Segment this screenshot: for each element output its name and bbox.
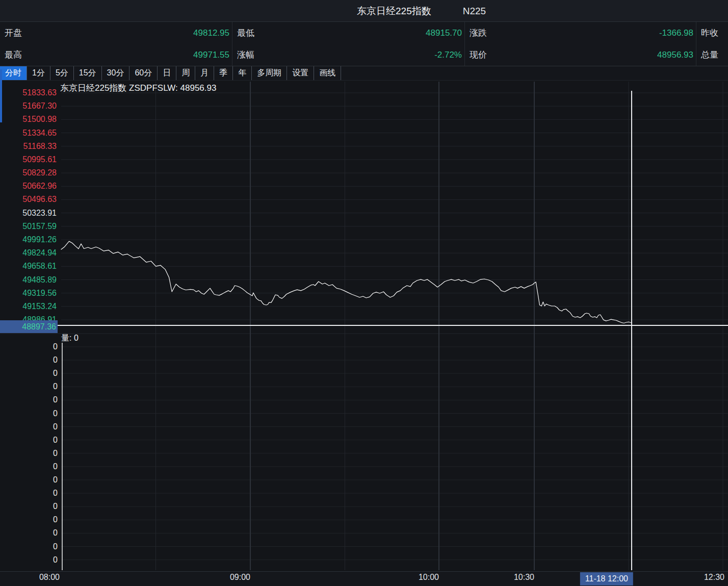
tab-季[interactable]: 季 [214,66,233,80]
tab-日[interactable]: 日 [158,66,176,80]
time-tick-label: 09:00 [230,573,250,582]
price-tick-label: 49991.26 [1,235,57,245]
tab-分时[interactable]: 分时 [0,66,27,80]
page-title: 东京日经225指数 [357,5,431,18]
quote-label-open: 开盘 [0,27,22,39]
tab-多周期[interactable]: 多周期 [252,66,287,80]
quote-row: 最高49971.55涨幅-2.72%现价48956.93总量 [0,44,728,66]
price-tick-label: 51833.63 [1,88,57,98]
quote-value-change-pct: -2.72% [254,50,464,60]
price-tick-label: 49658.61 [1,261,57,271]
time-axis: 08:0009:0010:0010:3012:3011-18 12:00 [0,571,728,586]
quote-label-prev-close: 昨收 [696,27,718,39]
price-tick-label: 50995.61 [1,155,57,165]
crosshair-price-badge: 48897.36 [0,320,58,333]
volume-tick-label: 0 [1,395,58,405]
tab-画线[interactable]: 画线 [314,66,341,80]
price-tick-label: 49319.56 [1,288,57,298]
tab-30分[interactable]: 30分 [102,66,130,80]
volume-tick-label: 0 [1,409,58,419]
volume-indicator-label: 量: 0 [61,333,79,344]
chart-region[interactable]: 东京日经225指数 ZSDPFSLW: 48956.93 51833.63516… [0,81,728,571]
price-tick-label: 50323.91 [1,208,57,218]
volume-tick-label: 0 [1,501,58,512]
quote-cell-change: 涨跌-1366.98 [464,22,696,44]
left-scrollbar-thumb[interactable] [0,69,2,122]
volume-tick-label: 0 [1,462,58,472]
quote-value-open: 49812.95 [22,28,232,38]
tab-周[interactable]: 周 [176,66,195,80]
quote-label-volume: 总量 [696,49,718,61]
quote-cell-prev-close: 昨收 [696,22,728,44]
tab-5分[interactable]: 5分 [50,66,74,80]
price-tick-label: 50157.59 [1,221,57,232]
time-tick-label: 10:00 [419,573,439,582]
time-tick-label: 10:30 [514,573,534,582]
tab-1分[interactable]: 1分 [27,66,50,80]
quote-value-low: 48915.70 [254,28,464,38]
chart-canvas[interactable] [0,81,728,571]
quote-label-high: 最高 [0,49,22,61]
header-title-wrap: 东京日经225指数 N225 [357,0,486,22]
symbol-code: N225 [463,6,486,17]
quote-cell-low: 最低48915.70 [232,22,464,44]
volume-tick-label: 0 [1,488,58,498]
quote-cell-change-pct: 涨幅-2.72% [232,44,464,66]
tab-月[interactable]: 月 [195,66,214,80]
volume-tick-label: 0 [1,475,58,485]
quote-label-change-pct: 涨幅 [232,49,254,61]
volume-tick-label: 0 [1,542,58,552]
tab-年[interactable]: 年 [233,66,252,80]
chart-legend: 东京日经225指数 ZSDPFSLW: 48956.93 [60,82,216,94]
volume-tick-label: 0 [1,355,58,365]
tab-60分[interactable]: 60分 [129,66,158,80]
quote-value-last: 48956.93 [487,50,696,60]
quote-row: 开盘49812.95最低48915.70涨跌-1366.98昨收 [0,22,728,44]
volume-tick-label: 0 [1,368,58,378]
price-tick-label: 49153.24 [1,301,57,312]
price-tick-label: 49824.94 [1,248,57,258]
price-tick-label: 51500.98 [1,114,57,124]
quote-cell-open: 开盘49812.95 [0,22,232,44]
volume-tick-label: 0 [1,528,58,538]
price-tick-label: 50496.63 [1,194,57,205]
tab-设置[interactable]: 设置 [287,66,314,80]
stock-chart-app: 东京日经225指数 N225 开盘49812.95最低48915.70涨跌-13… [0,0,728,586]
volume-tick-label: 0 [1,342,58,352]
quote-cell-last: 现价48956.93 [464,44,696,66]
price-tick-label: 51168.33 [1,141,57,151]
volume-tick-label: 0 [1,381,58,392]
price-tick-label: 51667.30 [1,101,57,111]
price-tick-label: 49485.89 [1,275,57,285]
time-tick-label: 08:00 [39,573,60,582]
period-tab-bar: 分时1分5分15分30分60分日周月季年多周期设置画线 [0,66,728,81]
price-tick-label: 50829.28 [1,168,57,178]
quote-value-change: -1366.98 [487,28,696,38]
quote-cell-high: 最高49971.55 [0,44,232,66]
crosshair-time-badge: 11-18 12:00 [580,572,633,585]
volume-tick-label: 0 [1,435,58,445]
quote-label-last: 现价 [465,49,487,61]
quote-value-high: 49971.55 [22,50,232,60]
price-line [61,241,631,323]
price-tick-label: 51334.65 [1,128,57,138]
quote-label-low: 最低 [232,27,254,39]
volume-tick-label: 0 [1,422,58,432]
window-header: 东京日经225指数 N225 [0,0,728,22]
quote-bar: 开盘49812.95最低48915.70涨跌-1366.98昨收最高49971.… [0,22,728,66]
price-tick-label: 50662.96 [1,181,57,191]
quote-label-change: 涨跌 [465,27,487,39]
volume-tick-label: 0 [1,448,58,458]
volume-tick-label: 0 [1,515,58,525]
volume-tick-label: 0 [1,555,58,565]
quote-cell-volume: 总量 [696,44,728,66]
time-tick-label: 12:30 [704,573,724,582]
tab-15分[interactable]: 15分 [74,66,102,80]
